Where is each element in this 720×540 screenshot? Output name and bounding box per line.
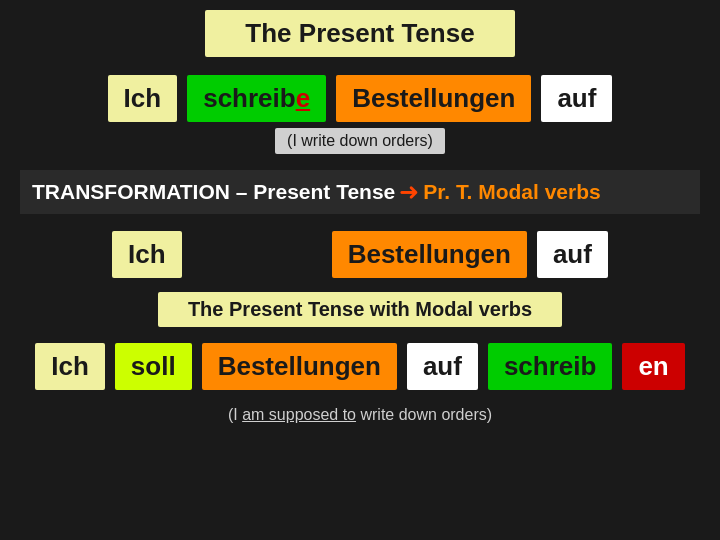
en-box: en — [622, 343, 684, 390]
transformation-prefix: TRANSFORMATION – Present Tense — [32, 180, 395, 204]
sentence-row-3: Ich soll Bestellungen auf schreib en — [35, 343, 684, 390]
blank-box — [192, 230, 322, 278]
translation-1: (I write down orders) — [275, 128, 445, 154]
modal-title: The Present Tense with Modal verbs — [188, 298, 532, 320]
main-title-box: The Present Tense — [205, 10, 514, 57]
soll-box: soll — [115, 343, 192, 390]
schreibe-box: schreibe — [187, 75, 326, 122]
schreibe-suffix: e — [296, 83, 310, 113]
auf-box-1: auf — [541, 75, 612, 122]
modal-title-box: The Present Tense with Modal verbs — [158, 292, 562, 327]
auf-box-2: auf — [537, 231, 608, 278]
transformation-bar: TRANSFORMATION – Present Tense ➜ Pr. T. … — [20, 170, 700, 214]
sentence-row-2: Ich Bestellungen auf — [112, 230, 608, 278]
schreibe-prefix: schreib — [203, 83, 296, 113]
underline-text: am supposed to — [242, 406, 356, 423]
ich-box-2: Ich — [112, 231, 182, 278]
schreib-box: schreib — [488, 343, 613, 390]
sentence-row-1: Ich schreibe Bestellungen auf — [108, 75, 613, 122]
bestellungen-box-1: Bestellungen — [336, 75, 531, 122]
main-title: The Present Tense — [245, 18, 474, 48]
transformation-suffix: Pr. T. Modal verbs — [423, 180, 600, 204]
translation-3: (I am supposed to write down orders) — [228, 406, 492, 424]
auf-box-3: auf — [407, 343, 478, 390]
ich-box-3: Ich — [35, 343, 105, 390]
bestellungen-box-2: Bestellungen — [332, 231, 527, 278]
bestellungen-box-3: Bestellungen — [202, 343, 397, 390]
ich-box-1: Ich — [108, 75, 178, 122]
transformation-arrow: ➜ — [399, 178, 419, 206]
